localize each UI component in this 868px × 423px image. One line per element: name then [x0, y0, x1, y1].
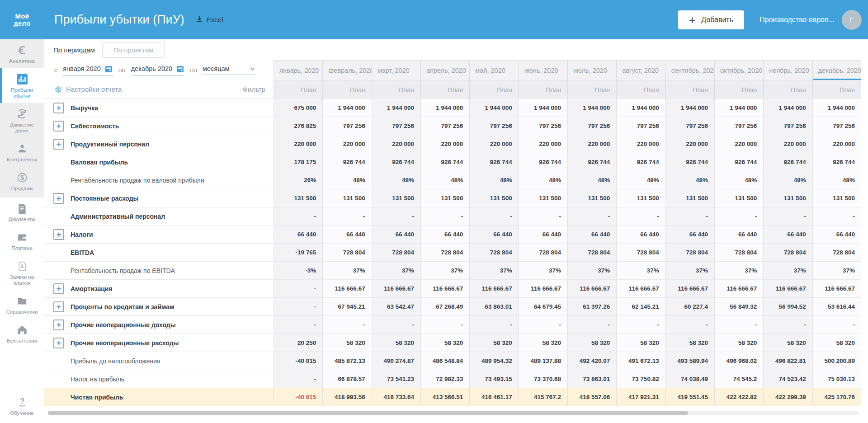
horizontal-scrollbar-thumb[interactable] — [48, 411, 688, 415]
sidebar-item-analytics[interactable]: Аналитика — [0, 39, 44, 68]
expand-row-button[interactable]: + — [53, 283, 64, 294]
tab-by-projects[interactable]: По проектам — [102, 42, 165, 58]
profit-loss-chart-icon — [16, 73, 28, 85]
month-header-9[interactable]: сентябрь, 2020 — [665, 60, 714, 80]
value-cell: 926 744 — [420, 153, 469, 171]
main-content: По периодам По проектам с января 2020 по… — [44, 39, 868, 423]
report-toolbar: Настройки отчета Фильтр — [44, 80, 274, 99]
value-cell: 220 000 — [665, 135, 714, 153]
app-logo[interactable]: Моё дело — [0, 13, 44, 27]
value-cell: 53 616.44 — [812, 298, 861, 316]
avatar[interactable]: Г — [842, 10, 862, 30]
month-header-2[interactable]: февраль, 2020 — [322, 60, 371, 80]
sidebar-item-payment-request[interactable]: Заявки на платеж — [0, 255, 44, 290]
value-cell: 48% — [372, 171, 420, 189]
value-cell: 73 541.23 — [372, 370, 420, 388]
sidebar-item-profit-loss-chart[interactable]: Прибыли убытки — [0, 68, 44, 103]
expand-row-button[interactable]: + — [53, 320, 64, 330]
company-selector[interactable]: Производство европ... — [760, 16, 835, 24]
value-cell: 413 566.51 — [420, 388, 469, 406]
row-label: Чистая прибыль — [71, 394, 123, 401]
date-from-field[interactable]: января 2020 — [63, 65, 113, 76]
sidebar-item-directories-folder[interactable]: Справочники — [0, 290, 44, 319]
sidebar-item-label: Аналитика — [9, 58, 35, 64]
filter-link[interactable]: Фильтр — [243, 85, 265, 93]
sidebar-item-accounting-home[interactable]: Бухгалтерия — [0, 319, 44, 348]
row-label-cell: +Проценты по кредитам и займам — [44, 298, 274, 316]
expand-row-button[interactable]: + — [53, 139, 64, 150]
month-header-11[interactable]: ноябрь, 2020 — [763, 60, 812, 80]
sidebar-nav: АналитикаПрибыли убыткиДвижение денегКон… — [0, 39, 44, 423]
value-cell: 58 320 — [420, 334, 469, 352]
value-cell: 797 256 — [567, 117, 616, 135]
value-cell: 493 589.94 — [665, 352, 714, 370]
value-cell: 797 256 — [616, 117, 665, 135]
sidebar-item-training-question[interactable]: Обучение — [0, 391, 44, 420]
value-cell: 496 822.81 — [763, 352, 812, 370]
excel-export-link[interactable]: Excel — [195, 15, 223, 24]
value-cell: 489 954.32 — [469, 352, 518, 370]
value-cell: 37% — [665, 262, 714, 280]
value-cell: - — [469, 316, 518, 334]
value-cell: 37% — [372, 262, 420, 280]
value-cell: 73 370.68 — [519, 370, 567, 388]
expand-row-button[interactable]: + — [53, 193, 64, 204]
expand-row-button[interactable]: + — [53, 301, 64, 312]
add-button[interactable]: + Добавить — [678, 10, 744, 29]
month-header-7[interactable]: июль, 2020 — [567, 60, 616, 80]
value-cell: 728 804 — [372, 244, 420, 262]
page-title: Прибыли убытки (ПиУ) — [54, 13, 184, 27]
value-cell: 56 994.52 — [763, 298, 812, 316]
sidebar-item-sales-dollar[interactable]: Продажи — [0, 167, 44, 196]
report-settings-link[interactable]: Настройки отчета — [54, 85, 122, 94]
value-cell: 131 500 — [714, 189, 763, 207]
value-cell: 66 440 — [665, 226, 714, 244]
month-header-12[interactable]: декабрь, 2020 — [812, 60, 861, 80]
sidebar-item-money-flow-ruble[interactable]: Движение денег — [0, 103, 44, 138]
value-cell: 37% — [714, 262, 763, 280]
value-cell: 1 944 000 — [372, 99, 420, 117]
sidebar-item-documents[interactable]: Документы — [0, 197, 44, 226]
row-label: Выручка — [71, 104, 98, 112]
value-cell: 48% — [714, 171, 763, 189]
group-by-select[interactable]: месяцам — [203, 65, 256, 75]
expand-row-button[interactable]: + — [53, 229, 64, 240]
value-cell: 37% — [567, 262, 616, 280]
date-to-field[interactable]: декабрь 2020 — [131, 65, 184, 76]
horizontal-scrollbar-track[interactable] — [48, 411, 858, 415]
month-header-8[interactable]: август, 2020 — [616, 60, 665, 80]
month-header-3[interactable]: март, 2020 — [372, 60, 420, 80]
sidebar-item-payments-wallet[interactable]: Платежи — [0, 226, 44, 255]
value-cell: 116 666.67 — [714, 280, 763, 298]
date-to-value: декабрь 2020 — [131, 65, 172, 72]
month-header-4[interactable]: апрель, 2020 — [420, 60, 469, 80]
row-label-cell: Чистая прибыль — [44, 388, 274, 406]
value-cell: 116 666.67 — [567, 280, 616, 298]
value-cell: 58 320 — [567, 334, 616, 352]
tab-by-periods[interactable]: По периодам — [53, 46, 95, 54]
sidebar-group-training: Обучение — [0, 391, 44, 423]
value-cell: 58 320 — [812, 334, 861, 352]
month-header-1[interactable]: январь, 2020 — [274, 60, 322, 80]
value-cell: 37% — [763, 262, 812, 280]
plan-subheader: План — [665, 80, 714, 99]
value-cell: 416 733.64 — [372, 388, 420, 406]
expand-row-button[interactable]: + — [53, 121, 64, 132]
month-header-5[interactable]: май, 2020 — [469, 60, 518, 80]
expand-row-button[interactable]: + — [53, 103, 64, 113]
value-cell: 58 320 — [616, 334, 665, 352]
value-cell: 131 500 — [567, 189, 616, 207]
row-label: Валовая прибыль — [71, 159, 128, 166]
sidebar-item-contractors-person[interactable]: Контрагенты — [0, 138, 44, 167]
value-cell: 926 744 — [616, 153, 665, 171]
month-header-6[interactable]: июнь, 2020 — [519, 60, 567, 80]
value-cell: 58 320 — [763, 334, 812, 352]
expand-row-button[interactable]: + — [53, 338, 64, 348]
value-cell: 1 944 000 — [812, 99, 861, 117]
sidebar-item-label: Обучение — [10, 410, 34, 416]
value-cell: - — [274, 298, 322, 316]
month-header-10[interactable]: октябрь, 2020 — [714, 60, 763, 80]
chevron-down-icon — [249, 66, 256, 72]
value-cell: 220 000 — [372, 135, 420, 153]
value-cell: 728 804 — [322, 244, 371, 262]
